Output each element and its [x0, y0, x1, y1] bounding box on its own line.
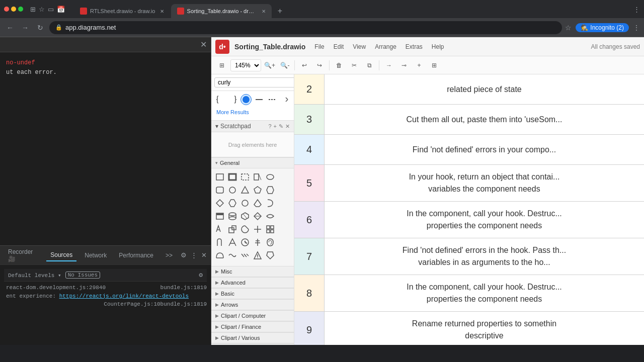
shape-curly-1[interactable]	[214, 94, 225, 105]
tab-recorder[interactable]: Recorder 🎥	[4, 246, 42, 264]
dot-green[interactable]	[18, 7, 23, 12]
settings-icon[interactable]: ⚙	[181, 251, 187, 259]
section-clipart-various[interactable]: ▶ Clipart / Various	[211, 332, 294, 343]
shape-line-1[interactable]	[254, 94, 265, 105]
devtools-close-icon2[interactable]: ✕	[201, 251, 207, 259]
shape-s17[interactable]	[227, 224, 238, 235]
plus-btn[interactable]: +	[413, 59, 426, 72]
shape-s13[interactable]	[239, 211, 251, 222]
dot-yellow[interactable]	[11, 7, 16, 12]
menu-file[interactable]: File	[310, 41, 328, 52]
shape-line-2[interactable]	[267, 94, 278, 105]
console-file-1[interactable]: bundle.js:1819	[160, 284, 207, 292]
table-row-7[interactable]: 7 Find 'not defined' errors in the hook.…	[294, 238, 644, 275]
table-row-3[interactable]: 3 Cut them all out, paste them into 'use…	[294, 105, 644, 135]
refresh-button[interactable]: ↻	[34, 24, 46, 32]
tab-close-1[interactable]: ✕	[160, 9, 164, 14]
shape-s10[interactable]	[265, 198, 276, 209]
dot-red[interactable]	[4, 7, 9, 12]
shape-arrow[interactable]	[280, 94, 291, 105]
console-file-3[interactable]: CounterPage.js:10	[104, 300, 160, 309]
shape-s20[interactable]	[265, 224, 276, 235]
section-clipart-networking[interactable]: ▶ Clipart / Networking	[211, 343, 294, 345]
shape-s6[interactable]	[214, 198, 225, 209]
bookmark-icon[interactable]: ☆	[39, 6, 45, 13]
shape-s15[interactable]	[265, 211, 276, 222]
shape-s9[interactable]	[252, 198, 263, 209]
shape-curly-2[interactable]	[227, 94, 238, 105]
section-clipart-computer[interactable]: ▶ Clipart / Computer	[211, 310, 294, 321]
menu-arrange[interactable]: Arrange	[371, 41, 400, 52]
shape-s3[interactable]	[239, 185, 251, 196]
shape-selected[interactable]	[240, 94, 252, 105]
devtools-close-icon[interactable]: ✕	[200, 40, 207, 49]
tab-sources[interactable]: Sources	[46, 249, 76, 261]
table-row-5[interactable]: 5 In your hook, return an object that co…	[294, 165, 644, 202]
section-advanced[interactable]: ▶ Advanced	[211, 277, 294, 288]
shape-s18[interactable]	[239, 224, 251, 235]
shape-s28[interactable]	[239, 250, 251, 261]
section-general[interactable]: ▾ General	[211, 157, 294, 168]
shape-s19[interactable]	[252, 224, 263, 235]
section-misc[interactable]: ▶ Misc	[211, 266, 294, 277]
menu-view[interactable]: View	[349, 41, 370, 52]
table-row-9[interactable]: 9 Rename returned properties to somethin…	[294, 312, 644, 345]
redo-btn[interactable]: ↪	[313, 59, 326, 72]
table-row-6[interactable]: 6 In the component, call your hook. Dest…	[294, 202, 644, 238]
table-row-2[interactable]: 2 related piece of state	[294, 74, 644, 105]
shape-s16[interactable]	[214, 224, 225, 235]
section-basic[interactable]: ▶ Basic	[211, 288, 294, 299]
grid-icon[interactable]: ⊞	[30, 6, 36, 13]
new-tab-button[interactable]: +	[273, 4, 287, 18]
menu-help[interactable]: Help	[428, 41, 448, 52]
shape-rect3[interactable]	[239, 171, 251, 183]
tab-performance[interactable]: Performance	[115, 250, 157, 261]
canvas-area[interactable]: 2 related piece of state 3 Cut them all …	[294, 74, 644, 345]
profile-button[interactable]: 🕵 Incognito (2)	[576, 23, 629, 32]
shape-rect1[interactable]	[214, 171, 225, 183]
shape-s26[interactable]	[214, 250, 225, 261]
more-results-link[interactable]: More Results	[214, 107, 251, 117]
zoom-select[interactable]: 145% 100% 75%	[230, 59, 261, 71]
tab-network[interactable]: Network	[80, 250, 111, 261]
toolbar-view-btn[interactable]: ⊞	[215, 59, 228, 72]
delete-btn[interactable]: 🗑	[333, 59, 346, 72]
section-clipart-finance[interactable]: ▶ Clipart / Finance	[211, 321, 294, 332]
edit-icon[interactable]: ✎	[279, 123, 283, 130]
cut-btn[interactable]: ✂	[348, 59, 361, 72]
shape-s29[interactable]	[252, 250, 263, 261]
shape-s5[interactable]	[265, 185, 276, 196]
tab-rtlsheet[interactable]: RTLSheet.drawio - draw.io ✕	[74, 4, 170, 18]
menu-edit[interactable]: Edit	[330, 41, 348, 52]
shape-s4[interactable]	[252, 185, 263, 196]
shape-s11[interactable]	[214, 211, 225, 222]
tab-sorting[interactable]: Sorting_Table.drawio - draw.io ✕	[171, 4, 272, 18]
collapse-arrow[interactable]: ▾	[215, 123, 218, 130]
shape-s14[interactable]	[252, 211, 263, 222]
table-btn[interactable]: ⊞	[428, 59, 441, 72]
star-icon[interactable]: ☆	[565, 24, 572, 32]
section-arrows[interactable]: ▶ Arrows	[211, 299, 294, 310]
shape-s24[interactable]	[252, 237, 263, 248]
shape-s12[interactable]	[227, 211, 238, 222]
more-icon[interactable]: ⋮	[633, 24, 640, 32]
add-icon[interactable]: +	[274, 123, 277, 130]
shape-s8[interactable]	[239, 198, 251, 209]
calendar-icon[interactable]: 📅	[57, 6, 65, 13]
shape-s27[interactable]	[227, 250, 238, 261]
undo-btn[interactable]: ↩	[298, 59, 311, 72]
tab-close-2[interactable]: ✕	[262, 9, 266, 14]
copy-btn[interactable]: ⧉	[363, 59, 376, 72]
shape-s30[interactable]	[265, 250, 276, 261]
console-link[interactable]: https://reactjs.org/link/react-devtools	[59, 293, 189, 299]
devtools-menu-icon[interactable]: ⋮	[191, 251, 197, 259]
shape-s21[interactable]	[214, 237, 225, 248]
menu-extras[interactable]: Extras	[401, 41, 427, 52]
close-scratchpad-icon[interactable]: ✕	[285, 123, 290, 130]
shape-rect2[interactable]	[227, 171, 238, 183]
line-btn[interactable]: ⊸	[397, 59, 411, 72]
menu-icon[interactable]: ⋮	[633, 6, 640, 13]
forward-button[interactable]: →	[19, 24, 31, 32]
shape-s1[interactable]	[214, 185, 225, 196]
shape-s2[interactable]	[227, 185, 238, 196]
